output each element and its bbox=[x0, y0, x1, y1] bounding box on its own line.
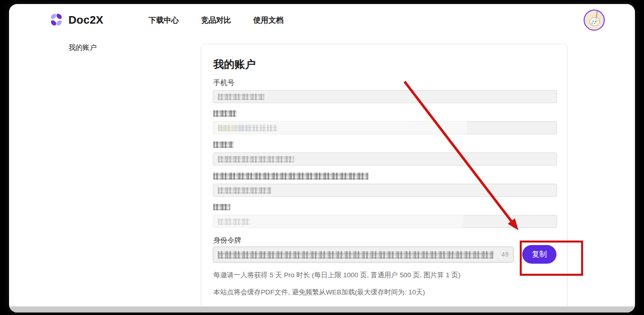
sidebar-item-my-account[interactable]: 我的账户 bbox=[68, 43, 97, 52]
redacted-value bbox=[218, 187, 271, 194]
redacted-value bbox=[218, 156, 294, 163]
nav-item-download-center[interactable]: 下载中心 bbox=[148, 16, 179, 25]
redacted-value bbox=[218, 125, 277, 131]
nav-item-competitor-comparison[interactable]: 竞品对比 bbox=[201, 16, 231, 25]
redacted-field-input[interactable] bbox=[213, 152, 557, 166]
top-navbar: Doc2X 下载中心 竞品对比 使用文档 bbox=[9, 4, 635, 36]
account-card: 我的账户 手机号 bbox=[201, 44, 568, 306]
phone-input[interactable] bbox=[213, 90, 557, 103]
redacted-field-label bbox=[213, 110, 236, 117]
redacted-field-input[interactable] bbox=[213, 184, 557, 197]
identity-token-label: 身份令牌 bbox=[213, 236, 242, 245]
doc2x-logo-icon bbox=[48, 12, 64, 28]
redacted-phone-value bbox=[218, 94, 264, 100]
phone-label: 手机号 bbox=[213, 78, 234, 88]
identity-token-input[interactable]: 49 bbox=[213, 247, 514, 263]
main-nav: 下载中心 竞品对比 使用文档 bbox=[148, 16, 283, 25]
redacted-field-label bbox=[213, 173, 368, 180]
brand-title: Doc2X bbox=[68, 14, 103, 27]
nav-item-documentation[interactable]: 使用文档 bbox=[253, 16, 283, 25]
redacted-token-value bbox=[218, 251, 494, 259]
redacted-field-input[interactable] bbox=[213, 121, 557, 134]
copy-token-button[interactable]: 复制 bbox=[522, 245, 556, 264]
invite-note: 每邀请一人将获得 5 天 Pro 时长 (每日上限 1000 页, 普通用户 5… bbox=[213, 271, 460, 280]
avatar-cartoon-icon bbox=[585, 11, 605, 31]
cache-note: 本站点将会缓存PDF文件, 避免频繁从WEB加载(最大缓存时间为: 10天) bbox=[213, 288, 425, 297]
redacted-field-label bbox=[213, 204, 230, 210]
token-visible-suffix: 49 bbox=[502, 251, 509, 258]
redacted-field-label bbox=[213, 141, 233, 148]
redacted-field-input[interactable] bbox=[213, 215, 557, 228]
bottom-strip bbox=[9, 306, 635, 312]
avatar[interactable] bbox=[584, 10, 605, 31]
browser-page: Doc2X 下载中心 竞品对比 使用文档 我的账户 我的账户 手机号 bbox=[9, 4, 635, 312]
page-title: 我的账户 bbox=[213, 57, 256, 71]
redacted-value bbox=[218, 218, 250, 225]
